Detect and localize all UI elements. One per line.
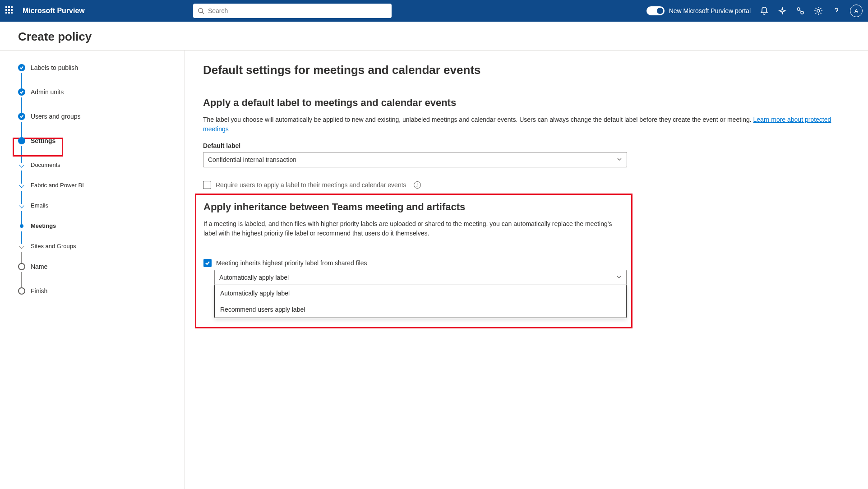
section-inheritance-desc: If a meeting is labeled, and then files … bbox=[203, 219, 624, 238]
require-label-checkbox[interactable] bbox=[203, 181, 211, 189]
main-heading: Default settings for meetings and calend… bbox=[203, 63, 850, 77]
step-labels-to-publish[interactable]: Labels to publish bbox=[18, 64, 166, 88]
inherit-option-recommend[interactable]: Recommend users apply label bbox=[215, 301, 626, 318]
app-launcher-icon[interactable] bbox=[5, 6, 14, 15]
main-content: Default settings for meetings and calend… bbox=[185, 51, 868, 489]
sparkle-icon[interactable] bbox=[778, 6, 787, 15]
svg-line-1 bbox=[202, 12, 204, 14]
notifications-icon[interactable] bbox=[760, 6, 769, 15]
inherit-mode-select[interactable]: Automatically apply label bbox=[214, 270, 627, 285]
section-inheritance-heading: Apply inheritance between Teams meeting … bbox=[203, 201, 624, 213]
inherit-mode-dropdown: Automatically apply label Recommend user… bbox=[214, 285, 627, 318]
section-default-label-desc: The label you choose will automatically … bbox=[203, 115, 850, 134]
step-fabric-power-bi[interactable]: Fabric and Power BI bbox=[18, 182, 166, 202]
app-header: Microsoft Purview New Microsoft Purview … bbox=[0, 0, 868, 22]
svg-point-4 bbox=[817, 9, 820, 12]
step-meetings[interactable]: Meetings bbox=[18, 222, 166, 243]
inherit-option-auto[interactable]: Automatically apply label bbox=[215, 285, 626, 301]
search-input[interactable] bbox=[208, 7, 387, 14]
default-label-value: Confidential internal transaction bbox=[208, 156, 296, 163]
portal-toggle[interactable] bbox=[646, 6, 665, 15]
step-sites-and-groups[interactable]: Sites and Groups bbox=[18, 243, 166, 263]
brand-title: Microsoft Purview bbox=[23, 7, 85, 15]
step-users-and-groups[interactable]: Users and groups bbox=[18, 113, 166, 137]
default-label-select[interactable]: Confidential internal transaction bbox=[203, 152, 627, 167]
info-icon[interactable]: i bbox=[414, 181, 421, 189]
inherit-checkbox[interactable] bbox=[203, 259, 212, 267]
chevron-down-icon bbox=[616, 274, 622, 281]
default-label-field-label: Default label bbox=[203, 142, 850, 149]
section-default-label-heading: Apply a default label to meetings and ca… bbox=[203, 97, 850, 109]
wizard-sidebar: Labels to publish Admin units Users and … bbox=[0, 51, 185, 489]
step-settings[interactable]: Settings bbox=[18, 137, 166, 161]
step-finish[interactable]: Finish bbox=[18, 287, 166, 295]
svg-point-0 bbox=[199, 8, 203, 12]
highlight-inheritance-section: Apply inheritance between Teams meeting … bbox=[195, 194, 633, 328]
inherit-checkbox-label: Meeting inherits highest priority label … bbox=[216, 259, 367, 267]
step-documents[interactable]: Documents bbox=[18, 161, 166, 182]
chevron-down-icon bbox=[617, 156, 622, 163]
step-admin-units[interactable]: Admin units bbox=[18, 88, 166, 113]
inherit-mode-value: Automatically apply label bbox=[219, 274, 289, 281]
step-name[interactable]: Name bbox=[18, 263, 166, 287]
step-emails[interactable]: Emails bbox=[18, 202, 166, 222]
require-label-checkbox-label: Require users to apply a label to their … bbox=[216, 181, 406, 189]
portal-toggle-label: New Microsoft Purview portal bbox=[669, 7, 751, 14]
user-avatar[interactable]: A bbox=[850, 5, 863, 17]
search-box[interactable] bbox=[193, 4, 392, 18]
settings-icon[interactable] bbox=[814, 6, 823, 15]
connections-icon[interactable] bbox=[796, 6, 805, 15]
help-icon[interactable] bbox=[832, 6, 841, 15]
search-icon bbox=[198, 7, 204, 14]
page-title: Create policy bbox=[0, 22, 868, 51]
